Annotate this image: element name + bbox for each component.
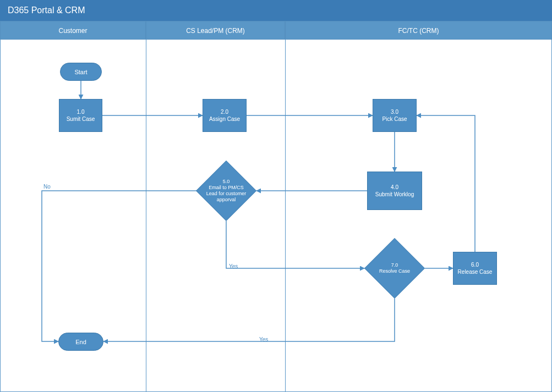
node-number: 1.0 [77,108,85,115]
node-label: Assign Case [209,115,240,123]
diagram-title: D365 Portal & CRM [0,0,552,21]
lane-divider-1 [146,40,146,391]
node-number: 2.0 [221,108,228,115]
terminator-end: End [58,333,103,351]
node-label: Submit Worklog [375,191,414,198]
process-assign-case: 2.0 Assign Case [203,99,247,132]
node-number: 6.0 [471,261,479,268]
edge-label-no: No [43,184,51,190]
node-label: Pick Case [382,115,407,123]
process-release-case: 6.0 Release Case [453,252,497,285]
process-pick-case: 3.0 Pick Case [373,99,417,132]
lane-cs-lead-pm: CS Lead/PM (CRM) [146,21,285,40]
node-number: 7.0 [391,262,398,268]
node-number: 4.0 [391,184,398,191]
decision-email-approval: 5.0 Email to PM/CS Lead for customer app… [196,161,256,221]
node-label: Email to PM/CS Lead for customer apporva… [206,185,247,202]
swimlane-canvas: Start End 1.0 Sumit Case 2.0 Assign Case… [0,40,552,392]
edge-label-yes-2: Yes [259,336,268,343]
edge-label-yes-1: Yes [229,263,238,269]
node-label: Release Case [458,268,493,275]
process-submit-case: 1.0 Sumit Case [59,99,102,132]
node-label: Resolve Case [379,268,410,274]
process-submit-worklog: 4.0 Submit Worklog [367,172,422,210]
decision-resolve-case: 7.0 Resolve Case [364,238,425,299]
terminator-start: Start [60,63,102,81]
lane-divider-2 [285,40,286,391]
lanes-header: Customer CS Lead/PM (CRM) FC/TC (CRM) [0,21,552,40]
node-number: 5.0 [223,179,230,185]
node-number: 3.0 [391,108,398,115]
node-label: Sumit Case [67,115,95,123]
lane-fc-tc: FC/TC (CRM) [285,21,552,40]
lane-customer: Customer [0,21,146,40]
